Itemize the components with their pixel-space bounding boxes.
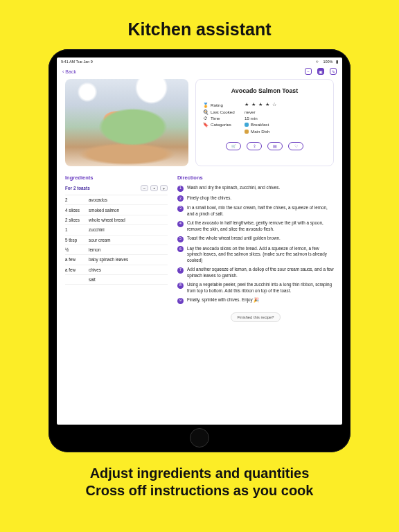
step-number-badge: 1 — [177, 186, 184, 192]
direction-step[interactable]: 1Wash and dry the spinach, zucchini, and… — [177, 185, 334, 192]
ingredient-row[interactable]: 5 tbspsour cream — [65, 236, 168, 245]
ingredient-qty: 2 — [65, 197, 89, 202]
pot-icon: 🍳 — [203, 109, 209, 115]
step-text: Wash and dry the spinach, zucchini, and … — [187, 185, 280, 192]
ingredient-name: lemon — [89, 247, 168, 252]
servings-label: For 2 toasts — [65, 186, 90, 190]
ingredient-row[interactable]: a fewbaby spinach leaves — [65, 255, 168, 265]
step-number-badge: 3 — [177, 206, 184, 212]
category-main-dish[interactable]: Main Dish — [245, 128, 270, 134]
direction-step[interactable]: 7Add another squeeze of lemon, a dollop … — [177, 267, 334, 278]
category-breakfast[interactable]: Breakfast — [245, 121, 269, 127]
step-number-badge: 6 — [177, 246, 184, 252]
promo-tagline-1: Adjust ingredients and quantities — [0, 465, 399, 482]
recipe-title: Avocado Salmon Toast — [203, 85, 326, 97]
step-text: Toast the whole wheat bread until golden… — [187, 236, 281, 242]
status-bar: 9:41 AM Tue Jan 9 ᯤ 100% ▮ — [57, 57, 342, 65]
step-number-badge: 7 — [177, 267, 184, 274]
recipe-info-card: Avocado Salmon Toast 🏅Rating ★ ★ ★ ★ ☆ 🍳… — [195, 79, 334, 166]
favorite-button[interactable]: ♡ — [288, 142, 303, 150]
step-number-badge: 2 — [177, 195, 184, 202]
time-label: Time — [211, 115, 220, 121]
ingredient-name: zucchini — [89, 227, 168, 232]
edit-icon[interactable]: ✎ — [330, 68, 337, 75]
back-button[interactable]: ‹ Back — [62, 69, 76, 74]
back-label: Back — [65, 69, 76, 74]
time-value: 15 min — [245, 115, 258, 121]
ingredient-name: avocados — [89, 197, 168, 202]
ingredient-row[interactable]: 2 sliceswhole wheat bread — [65, 215, 168, 225]
servings-increase-button[interactable]: + — [160, 185, 168, 191]
categories-label: Categories — [211, 121, 231, 127]
direction-step[interactable]: 4Cut the avocado in half lengthwise, gen… — [177, 220, 334, 232]
direction-step[interactable]: 6Lay the avocado slices on the bread. Ad… — [177, 246, 334, 264]
promo-tagline-2: Cross off instructions as you cook — [0, 482, 399, 499]
duplicate-icon[interactable]: ▣ — [317, 68, 324, 75]
ingredients-column: Ingredients For 2 toasts − • + 2avocados… — [65, 175, 168, 322]
directions-column: Directions 1Wash and dry the spinach, zu… — [177, 175, 334, 322]
ingredient-row[interactable]: ½lemon — [65, 245, 168, 255]
direction-step[interactable]: 9Finally, sprinkle with chives. Enjoy 🎉 — [177, 297, 334, 304]
content-area: Avocado Salmon Toast 🏅Rating ★ ★ ★ ★ ☆ 🍳… — [57, 78, 342, 425]
step-text: Lay the avocado slices on the bread. Add… — [187, 246, 334, 264]
step-number-badge: 9 — [177, 298, 184, 304]
cart-button[interactable]: 🛒 — [226, 142, 241, 150]
step-text: Add another squeeze of lemon, a dollop o… — [187, 267, 334, 278]
ingredient-qty — [65, 277, 89, 282]
rating-stars[interactable]: ★ ★ ★ ★ ☆ — [245, 101, 277, 109]
step-text: Cut the avocado in half lengthwise, gent… — [187, 220, 334, 232]
ingredient-name: salt — [89, 277, 168, 282]
step-text: In a small bowl, mix the sour cream, hal… — [187, 205, 334, 217]
ingredient-row[interactable]: salt — [65, 275, 168, 285]
direction-step[interactable]: 8Using a vegetable peeler, peel the zucc… — [177, 282, 334, 294]
battery-icon: ▮ — [336, 60, 338, 64]
share-button[interactable]: ⇪ — [247, 142, 262, 150]
ingredient-row[interactable]: a fewchives — [65, 265, 168, 275]
step-text: Finally, sprinkle with chives. Enjoy 🎉 — [187, 297, 259, 304]
status-right: ᯤ 100% ▮ — [314, 60, 338, 64]
step-text: Finely chop the chives. — [187, 195, 231, 202]
servings-stepper: − • + — [141, 185, 168, 191]
clock-icon: ⏱ — [203, 115, 209, 121]
direction-step[interactable]: 2Finely chop the chives. — [177, 195, 334, 202]
categories-values: Breakfast Main Dish — [245, 121, 273, 135]
lower-columns: Ingredients For 2 toasts − • + 2avocados… — [65, 166, 334, 322]
ingredient-name: sour cream — [89, 238, 168, 242]
step-text: Using a vegetable peeler, peel the zucch… — [187, 282, 334, 294]
ingredient-qty: a few — [65, 257, 89, 262]
ingredient-name: baby spinach leaves — [89, 257, 168, 262]
last-cooked-value: never — [245, 109, 255, 115]
ingredient-row[interactable]: 4 slicessmoked salmon — [65, 205, 168, 215]
ingredient-qty: a few — [65, 267, 89, 272]
servings-reset-button[interactable]: • — [150, 185, 158, 191]
battery-label: 100% — [323, 60, 332, 64]
calendar-button[interactable]: ▤ — [267, 142, 283, 150]
wifi-icon: ᯤ — [316, 60, 320, 64]
last-cooked-label: Last Cooked — [211, 109, 235, 115]
direction-step[interactable]: 5Toast the whole wheat bread until golde… — [177, 236, 334, 242]
directions-list: 1Wash and dry the spinach, zucchini, and… — [177, 185, 334, 304]
ingredient-name: chives — [89, 267, 168, 272]
direction-step[interactable]: 3In a small bowl, mix the sour cream, ha… — [177, 205, 334, 217]
device-frame-wrap: 9:41 AM Tue Jan 9 ᯤ 100% ▮ ‹ Back − ▣ ✎ — [0, 49, 399, 452]
ingredient-name: whole wheat bread — [89, 218, 168, 222]
app-screen: 9:41 AM Tue Jan 9 ᯤ 100% ▮ ‹ Back − ▣ ✎ — [57, 57, 342, 425]
promo-headline: Kitchen assistant — [0, 0, 399, 49]
ingredient-qty: 5 tbsp — [65, 238, 89, 242]
ingredients-heading: Ingredients — [65, 175, 168, 181]
ingredient-row[interactable]: 1zucchini — [65, 225, 168, 235]
step-number-badge: 5 — [177, 236, 184, 242]
ingredient-qty: 4 slices — [65, 208, 89, 213]
ingredient-row[interactable]: 2avocados — [65, 195, 168, 205]
medal-icon: 🏅 — [203, 102, 209, 108]
servings-decrease-button[interactable]: − — [141, 185, 148, 191]
minus-circle-icon[interactable]: − — [305, 68, 312, 75]
finished-button[interactable]: Finished this recipe? — [231, 312, 281, 322]
directions-heading: Directions — [177, 175, 334, 181]
ipad-frame: 9:41 AM Tue Jan 9 ᯤ 100% ▮ ‹ Back − ▣ ✎ — [48, 49, 351, 452]
hero-row: Avocado Salmon Toast 🏅Rating ★ ★ ★ ★ ☆ 🍳… — [65, 79, 334, 166]
rating-label: Rating — [211, 102, 223, 108]
top-actions: − ▣ ✎ — [305, 68, 337, 75]
card-action-row: 🛒 ⇪ ▤ ♡ — [203, 139, 326, 150]
step-number-badge: 8 — [177, 283, 184, 289]
